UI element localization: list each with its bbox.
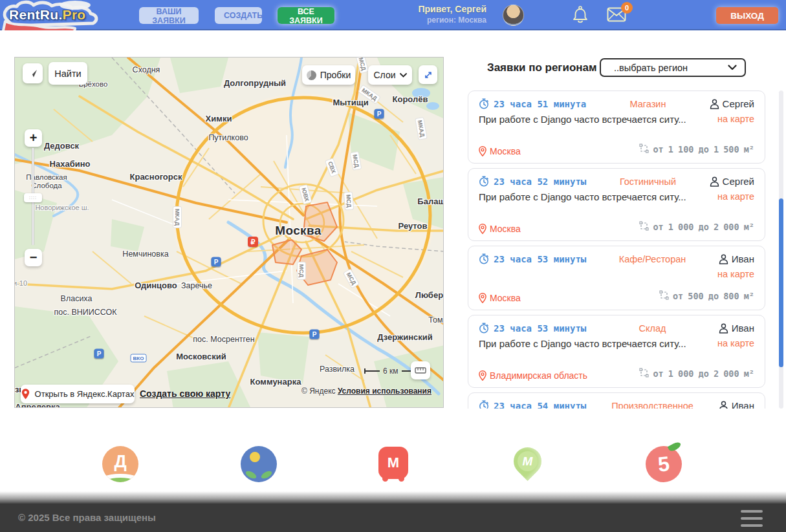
zoom-out-button[interactable]: − xyxy=(25,249,42,266)
time-remaining: 23 часа 51 минута xyxy=(479,98,586,109)
show-on-map-link[interactable]: на карте xyxy=(717,191,754,202)
region-link[interactable]: Москва xyxy=(479,146,521,156)
nav-all-requests-button[interactable]: ВСЕ ЗАЯВКИ xyxy=(278,7,334,24)
show-on-map-link[interactable]: на карте xyxy=(717,338,754,348)
traffic-label: Пробки xyxy=(320,70,351,80)
brand-magnit[interactable]: М xyxy=(375,445,412,485)
brand-dixy[interactable]: Д xyxy=(102,445,139,485)
request-description: При работе с Django часто встречается си… xyxy=(479,114,686,125)
footer-menu-button[interactable] xyxy=(741,509,765,528)
nav-create-button[interactable]: СОЗДАТЬ xyxy=(215,7,262,24)
region-link[interactable]: Владимирская область xyxy=(479,370,587,381)
create-own-map-link[interactable]: Создать свою карту xyxy=(140,388,230,399)
nav-your-requests-button[interactable]: ВАШИ ЗАЯВКИ xyxy=(139,7,199,24)
request-card[interactable]: 23 часа 54 минуты Производственное Иван xyxy=(468,392,765,409)
header: RentRu.Pro ВАШИ ЗАЯВКИ СОЗДАТЬ ВСЕ ЗАЯВК… xyxy=(0,0,786,30)
messages-count-badge: 0 xyxy=(621,2,633,14)
avatar[interactable] xyxy=(503,5,524,26)
page: RentRu.Pro ВАШИ ЗАЯВКИ СОЗДАТЬ ВСЕ ЗАЯВК… xyxy=(0,0,786,532)
logout-button[interactable]: ВЫХОД xyxy=(716,7,778,24)
category-label[interactable]: Магазин xyxy=(586,99,709,109)
map-widget[interactable]: СходняБрёховоДолгопрудныйМытищиКоролёвХи… xyxy=(14,57,444,408)
request-card[interactable]: 23 часа 52 минуты Гостиничный Сергей При… xyxy=(468,168,765,241)
show-on-map-link[interactable]: на карте xyxy=(717,269,754,279)
parking-icon[interactable]: Р xyxy=(94,349,104,359)
traffic-icon xyxy=(307,70,316,80)
person-icon xyxy=(719,254,728,264)
layers-button[interactable]: Слои xyxy=(368,65,412,85)
person-icon xyxy=(710,99,719,109)
zoom-slider-handle[interactable]: :::: xyxy=(24,193,42,202)
chevron-down-icon xyxy=(728,65,737,70)
yandex-pin-icon xyxy=(21,388,30,399)
person-icon xyxy=(719,323,728,334)
parking-icon[interactable]: Р xyxy=(375,109,384,119)
greeting-region: регион: Москва xyxy=(387,16,486,25)
area-icon xyxy=(639,368,649,378)
yandex-copyright: © Яндекс xyxy=(301,387,336,396)
brand-pyaterochka[interactable]: 5 xyxy=(645,445,682,485)
dixy-letter: Д xyxy=(114,452,126,472)
parking-icon[interactable]: Р xyxy=(310,330,320,339)
airport-vko-icon[interactable]: ВКО xyxy=(131,354,147,363)
parking-icon[interactable]: Р xyxy=(212,257,221,267)
hamburger-icon xyxy=(741,510,763,513)
green-pin-icon: M xyxy=(508,442,547,481)
time-remaining: 23 часа 53 минуты xyxy=(479,323,586,334)
region-select-value: ..выбрать регион xyxy=(614,63,728,73)
request-description: При работе с Django часто встречается си… xyxy=(479,338,686,349)
ruler-button[interactable] xyxy=(411,361,430,379)
expand-icon xyxy=(424,70,433,80)
category-label[interactable]: Склад xyxy=(586,323,718,334)
author: Сергей xyxy=(710,98,754,109)
open-in-yandex-maps-button[interactable]: Открыть в Яндекс.Картах xyxy=(21,385,135,403)
location-pin-icon xyxy=(479,293,486,303)
region-link[interactable]: Москва xyxy=(479,224,521,234)
request-description: При работе с Django часто встречается си… xyxy=(479,191,686,202)
author: Иван xyxy=(719,323,754,334)
request-card[interactable]: 23 часа 53 минуты Склад Иван При работе … xyxy=(468,315,765,388)
map-search-button[interactable]: Найти xyxy=(49,62,87,85)
greeting-text: Привет, Сергей xyxy=(387,4,486,16)
category-label[interactable]: Кафе/Ресторан xyxy=(586,254,718,264)
bell-icon xyxy=(572,6,589,24)
traffic-button[interactable]: Пробки xyxy=(302,65,355,85)
requests-scrollbar-thumb[interactable] xyxy=(779,198,783,367)
geolocate-button[interactable] xyxy=(23,63,43,83)
pyaterochka-icon: 5 xyxy=(646,446,682,482)
chevron-down-icon xyxy=(400,73,407,78)
category-label[interactable]: Производственное xyxy=(586,401,718,409)
time-remaining: 23 часа 54 минуты xyxy=(479,400,586,409)
region-link[interactable]: Москва xyxy=(479,293,521,303)
person-icon xyxy=(719,401,728,409)
location-pin-icon xyxy=(479,370,486,381)
flower-icon xyxy=(241,446,277,482)
brand-flower-market[interactable] xyxy=(240,445,278,485)
request-card[interactable]: 23 часа 51 минута Магазин Сергей При раб… xyxy=(468,90,765,164)
magnit-truck-icon: М xyxy=(378,447,408,479)
footer-gradient xyxy=(0,491,786,504)
region-select[interactable]: ..выбрать регион xyxy=(600,58,746,77)
logo-part1: RentRu. xyxy=(9,7,63,22)
logo[interactable]: RentRu.Pro xyxy=(0,0,110,32)
magnit-letter: М xyxy=(388,454,399,471)
notifications-button[interactable] xyxy=(572,6,589,26)
pin-letter: M xyxy=(523,454,533,469)
location-pin-icon xyxy=(479,224,486,234)
footer: © 2025 Все права защищены xyxy=(0,504,786,532)
fullscreen-button[interactable] xyxy=(419,65,437,84)
zoom-in-button[interactable]: + xyxy=(25,129,42,147)
layers-label: Слои xyxy=(373,70,395,80)
partner-brands: Д М M 5 xyxy=(0,445,786,490)
brand-pin-market[interactable]: M xyxy=(508,445,546,485)
requests-list: 23 часа 51 минута Магазин Сергей При раб… xyxy=(468,90,765,409)
show-on-map-link[interactable]: на карте xyxy=(717,114,754,124)
person-icon xyxy=(710,176,719,187)
requests-scrollbar-track[interactable] xyxy=(779,90,783,409)
category-label[interactable]: Гостиничный xyxy=(586,176,709,187)
clock-icon xyxy=(479,400,489,409)
terms-of-use-link[interactable]: Условия использования xyxy=(338,387,431,396)
request-card[interactable]: 23 часа 53 минуты Кафе/Ресторан Иван на … xyxy=(468,246,765,310)
dixy-icon: Д xyxy=(102,446,138,482)
paid-parking-icon[interactable]: ₽ xyxy=(248,237,258,247)
